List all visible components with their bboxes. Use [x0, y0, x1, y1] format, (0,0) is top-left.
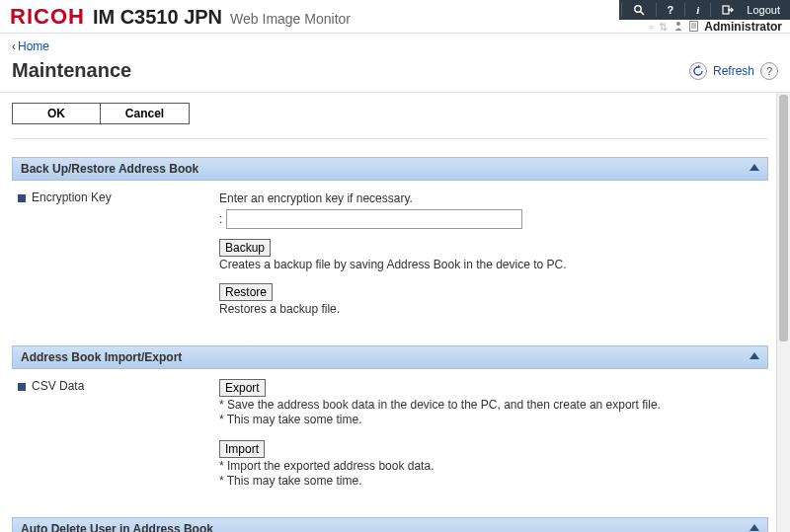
- content-area: OK Cancel Back Up/Restore Address Book E…: [0, 93, 790, 532]
- collapse-icon[interactable]: [750, 352, 759, 359]
- export-desc-2: * This may take some time.: [219, 413, 762, 426]
- top-right-dark-strip: ? i Logout: [619, 0, 790, 20]
- refresh-link[interactable]: Refresh: [713, 64, 754, 78]
- bullet-icon: [18, 383, 26, 391]
- section-header-auto-delete: Auto Delete User in Address Book: [12, 517, 768, 532]
- svg-point-4: [676, 22, 680, 26]
- encryption-key-label: Encryption Key: [32, 190, 219, 204]
- title-bar: Maintenance Refresh ?: [0, 57, 790, 93]
- section-header-backup-restore: Back Up/Restore Address Book: [12, 157, 768, 181]
- encryption-hint: Enter an encryption key if necessary.: [219, 191, 762, 205]
- scrollbar-thumb[interactable]: [779, 95, 788, 342]
- help-icon[interactable]: ?: [659, 4, 683, 16]
- section-title: Address Book Import/Export: [21, 350, 182, 364]
- section-header-import-export: Address Book Import/Export: [12, 345, 768, 369]
- model-name: IM C3510 JPN: [93, 6, 222, 29]
- bullet-icon: [18, 194, 26, 202]
- action-button-row: OK Cancel: [12, 103, 768, 124]
- collapse-icon[interactable]: [750, 524, 759, 531]
- import-desc-1: * Import the exported address book data.: [219, 459, 762, 473]
- user-icon[interactable]: [673, 21, 683, 33]
- info-icon[interactable]: i: [687, 4, 708, 16]
- restore-desc: Restores a backup file.: [219, 302, 762, 316]
- divider: [12, 138, 768, 139]
- page-title: Maintenance: [12, 59, 131, 82]
- svg-point-0: [634, 6, 640, 12]
- app-name: Web Image Monitor: [230, 11, 351, 27]
- document-icon[interactable]: [689, 21, 698, 34]
- export-desc-1: * Save the address book data in the devi…: [219, 398, 762, 412]
- vertical-scrollbar[interactable]: ▾: [776, 93, 790, 532]
- import-desc-2: * This may take some time.: [219, 474, 762, 488]
- breadcrumb-home-link[interactable]: Home: [18, 39, 49, 53]
- export-button[interactable]: Export: [219, 379, 266, 397]
- logout-link[interactable]: Logout: [743, 4, 790, 16]
- current-user: Administrator: [704, 20, 782, 34]
- top-right-light-strip: ▫ ⇅ Administrator: [649, 20, 790, 34]
- ok-button[interactable]: OK: [12, 103, 101, 124]
- network-icon[interactable]: ⇅: [659, 21, 668, 34]
- breadcrumb-back-icon[interactable]: ‹: [12, 39, 16, 53]
- refresh-icon[interactable]: [689, 62, 707, 80]
- section-title: Back Up/Restore Address Book: [21, 162, 198, 176]
- backup-desc: Creates a backup file by saving Address …: [219, 258, 762, 271]
- collapse-icon[interactable]: [750, 164, 759, 171]
- cancel-button[interactable]: Cancel: [101, 103, 190, 124]
- top-bar: RICOH IM C3510 JPN Web Image Monitor ? i…: [0, 0, 790, 34]
- section-body-backup-restore: Encryption Key Enter an encryption key i…: [12, 181, 768, 345]
- restore-button[interactable]: Restore: [219, 283, 273, 301]
- search-icon[interactable]: [624, 4, 654, 16]
- colon-label: :: [219, 212, 222, 226]
- csv-data-label: CSV Data: [32, 379, 219, 393]
- section-body-import-export: CSV Data Export * Save the address book …: [12, 369, 768, 517]
- printer-icon[interactable]: ▫: [649, 21, 653, 33]
- brand-logo: RICOH: [10, 4, 85, 30]
- import-button[interactable]: Import: [219, 440, 265, 458]
- section-title: Auto Delete User in Address Book: [21, 522, 213, 532]
- svg-line-1: [640, 12, 644, 16]
- backup-button[interactable]: Backup: [219, 239, 271, 257]
- logout-icon[interactable]: [713, 4, 743, 16]
- encryption-key-input[interactable]: [226, 209, 522, 229]
- breadcrumb: ‹Home: [0, 34, 790, 57]
- page-help-icon[interactable]: ?: [760, 62, 778, 80]
